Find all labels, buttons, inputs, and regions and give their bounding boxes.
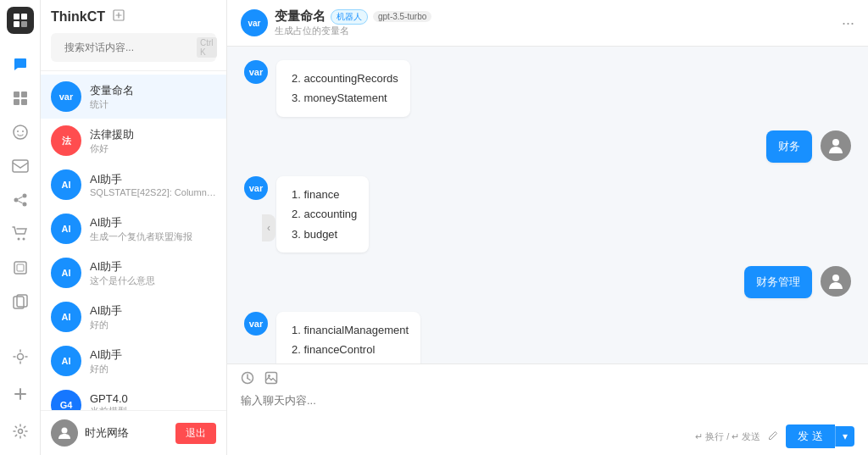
chat-more-button[interactable]: ··· (842, 14, 854, 32)
sidebar-item-preview: 统计 (90, 98, 216, 111)
svg-rect-0 (14, 14, 19, 19)
svg-line-15 (18, 197, 22, 199)
svg-point-42 (268, 375, 270, 377)
svg-rect-7 (21, 99, 27, 105)
sidebar-header: ThinkCT Ctrl K (41, 0, 226, 71)
sidebar-item-ai4[interactable]: AI AI助手 好的 (41, 295, 226, 339)
clock-icon[interactable] (241, 371, 254, 388)
message-row: 财务 (244, 130, 851, 163)
svg-point-10 (22, 130, 24, 132)
sidebar-item-name: AI助手 (90, 259, 216, 275)
sidebar-item-preview: 这个是什么意思 (90, 275, 216, 287)
svg-rect-1 (21, 14, 27, 19)
sidebar-item-content: 法律援助 你好 (90, 127, 216, 155)
collapse-button[interactable]: ‹ (262, 214, 275, 241)
sidebar-item-name: AI助手 (90, 215, 216, 230)
sidebar-item-content: AI助手 这个是什么意思 (90, 259, 216, 287)
avatar: G4 (51, 390, 81, 410)
message-bubble: 1. finance 2. accounting 3. budget (276, 176, 369, 252)
sidebar-item-preview: 生成一个复仇者联盟海报 (90, 230, 216, 243)
message-content: 2. accountingRecords 3. moneyStatement (288, 69, 398, 108)
sidebar-item-content: AI助手 好的 (90, 303, 216, 331)
message-row: var 1. finance 2. accounting 3. budget (244, 176, 851, 252)
sidebar-item-preview: 好的 (90, 319, 216, 331)
svg-point-34 (62, 428, 68, 434)
chat-header: var 变量命名 机器人 gpt-3.5-turbo 生成占位的变量名 ··· (227, 0, 868, 47)
svg-point-9 (17, 130, 19, 132)
image-icon[interactable] (264, 371, 278, 388)
message-text: 财务管理 (756, 275, 800, 288)
avatar: AI (51, 302, 81, 332)
sidebar-item-content: AI助手 好的 (90, 347, 216, 375)
svg-line-16 (18, 201, 22, 203)
sidebar-item-name: GPT4.0 (90, 392, 216, 405)
user-avatar (51, 419, 78, 447)
nav-grid-icon[interactable] (5, 83, 36, 114)
svg-line-40 (248, 379, 250, 380)
search-shortcut: Ctrl K (197, 37, 217, 58)
sidebar-item-ai1[interactable]: AI AI助手 SQLSTATE[42S22]: Column not foun… (41, 163, 226, 207)
sidebar-item-ai2[interactable]: AI AI助手 生成一个复仇者联盟海报 (41, 207, 226, 251)
main-chat: var 变量命名 机器人 gpt-3.5-turbo 生成占位的变量名 ··· … (227, 0, 868, 455)
nav-face-icon[interactable] (5, 117, 36, 147)
send-button[interactable]: 发 送 (786, 424, 835, 448)
nav-mail-icon[interactable] (5, 151, 36, 181)
app-logo[interactable] (7, 7, 34, 34)
chat-input[interactable] (241, 393, 854, 419)
sidebar-item-legal[interactable]: 法 法律援助 你好 (41, 119, 226, 163)
svg-point-8 (14, 125, 27, 139)
nav-chat-icon[interactable] (5, 49, 36, 80)
sidebar-item-preview: 你好 (90, 142, 216, 155)
logout-button[interactable]: 退出 (175, 423, 216, 444)
bot-avatar: var (244, 176, 268, 200)
chat-avatar: var (241, 9, 268, 36)
svg-rect-19 (14, 262, 26, 274)
sidebar: ThinkCT Ctrl K var 变量命名 统计 (41, 0, 227, 455)
compose-icon[interactable] (112, 8, 125, 25)
sidebar-item-gpt4[interactable]: G4 GPT4.0 当前模型 (41, 383, 226, 410)
input-bottom: ↵ 换行 / ↵ 发送 发 送 ▾ (241, 424, 854, 448)
svg-rect-6 (14, 99, 19, 105)
svg-point-17 (17, 238, 19, 241)
sidebar-item-name: 变量命名 (90, 83, 216, 98)
message-bubble: 财务管理 (744, 266, 812, 298)
svg-rect-41 (266, 373, 277, 384)
nav-copy-icon[interactable] (5, 286, 36, 317)
svg-rect-5 (21, 92, 27, 97)
bot-avatar: var (244, 60, 268, 84)
send-button-group: 发 送 ▾ (786, 424, 854, 448)
sidebar-item-var-naming[interactable]: var 变量命名 统计 (41, 75, 226, 119)
svg-point-23 (17, 354, 23, 360)
svg-rect-11 (13, 160, 28, 172)
nav-box-icon[interactable] (5, 252, 36, 283)
avatar: AI (51, 214, 81, 244)
svg-rect-2 (14, 21, 19, 27)
sidebar-item-name: AI助手 (90, 172, 216, 187)
nav-cart-icon[interactable] (5, 219, 36, 249)
edit-icon[interactable] (767, 430, 779, 444)
nav-settings-icon[interactable] (5, 416, 36, 447)
nav-sun-icon[interactable] (5, 341, 36, 372)
sidebar-item-ai3[interactable]: AI AI助手 这个是什么意思 (41, 251, 226, 295)
message-content: 1. financialManagement 2. financeControl… (288, 320, 409, 363)
nav-add-icon[interactable] (5, 379, 36, 409)
message-row: var 1. financialManagement 2. financeCon… (244, 312, 851, 363)
search-box[interactable]: Ctrl K (51, 33, 216, 62)
avatar: AI (51, 346, 81, 376)
bot-avatar: var (244, 312, 268, 336)
search-input[interactable] (64, 42, 192, 53)
chat-model-badge: gpt-3.5-turbo (373, 11, 431, 22)
sidebar-item-content: 变量命名 统计 (90, 83, 216, 111)
svg-rect-20 (17, 264, 24, 271)
sidebar-item-content: AI助手 SQLSTATE[42S22]: Column not found..… (90, 172, 216, 197)
svg-point-13 (14, 198, 18, 203)
avatar: var (51, 81, 81, 112)
svg-point-35 (832, 139, 839, 146)
sidebar-item-ai5[interactable]: AI AI助手 好的 (41, 339, 226, 383)
input-actions: ↵ 换行 / ↵ 发送 发 送 ▾ (695, 424, 854, 448)
nav-share-icon[interactable] (5, 185, 36, 215)
chat-input-area: ↵ 换行 / ↵ 发送 发 送 ▾ (227, 363, 868, 455)
svg-point-14 (22, 203, 26, 207)
sidebar-item-content: GPT4.0 当前模型 (90, 392, 216, 410)
send-dropdown-button[interactable]: ▾ (835, 426, 854, 447)
